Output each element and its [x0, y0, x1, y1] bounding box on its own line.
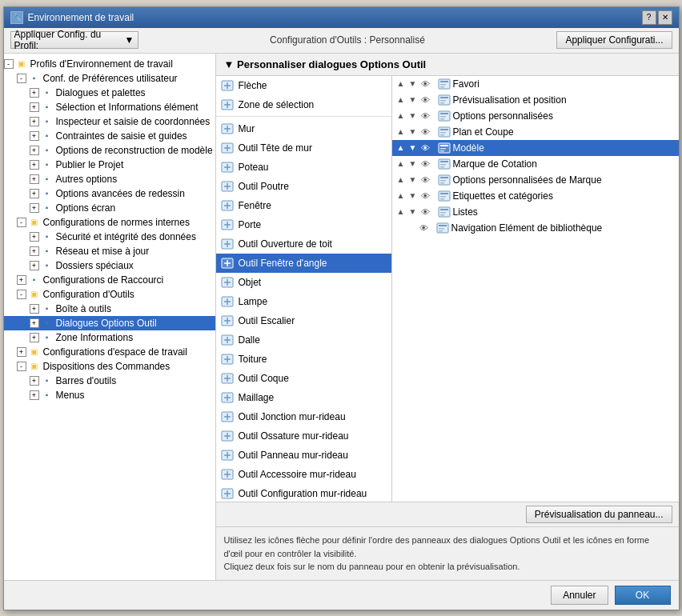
tree-item-publier[interactable]: +▪Publier le Projet: [4, 158, 215, 172]
tool-item-porte[interactable]: Porte: [216, 215, 391, 234]
tree-expander[interactable]: +: [30, 232, 39, 242]
tree-expander[interactable]: +: [30, 246, 39, 256]
panel-item-navigation[interactable]: 👁 Navigation Elément de bibliothèque: [392, 220, 679, 236]
help-button[interactable]: ?: [642, 10, 656, 25]
tree-item-configs-normes[interactable]: -▣Configurations de normes internes: [4, 215, 215, 230]
profile-dropdown[interactable]: Appliquer Config. du Profil: ▼: [10, 31, 138, 49]
arrow-up-icon-previsualisation[interactable]: ▲: [397, 95, 408, 104]
tool-item-objet[interactable]: Objet: [216, 273, 391, 292]
arrow-up-icon-favori[interactable]: ▲: [397, 79, 408, 88]
tool-item-zone-selection[interactable]: Zone de sélection: [216, 95, 391, 114]
arrow-down-icon-previsualisation[interactable]: ▼: [409, 95, 420, 104]
tree-item-dialogues[interactable]: +▪Dialogues et palettes: [4, 86, 215, 100]
panel-item-options-perso-marque[interactable]: ▲▼👁 Options personnalisées de Marque: [392, 172, 679, 188]
tree-expander[interactable]: +: [17, 347, 26, 357]
tree-expander[interactable]: +: [30, 102, 39, 112]
tree-expander[interactable]: -: [17, 74, 26, 83]
tree-item-autres-options[interactable]: +▪Autres options: [4, 172, 215, 186]
tree-item-menus[interactable]: +▪Menus: [4, 388, 215, 402]
tree-item-conf-pref[interactable]: -▪Conf. de Préférences utilisateur: [4, 71, 215, 86]
tree-expander[interactable]: +: [30, 117, 39, 126]
tool-item-maillage[interactable]: Maillage: [216, 388, 391, 407]
panel-item-options-perso[interactable]: ▲▼👁 Options personnalisées: [392, 108, 679, 124]
tree-expander[interactable]: +: [30, 189, 39, 198]
eye-icon-options-perso[interactable]: 👁: [421, 111, 435, 121]
tool-item-outil-escalier[interactable]: Outil Escalier: [216, 311, 391, 330]
tree-item-contraintes[interactable]: +▪Contraintes de saisie et guides: [4, 129, 215, 143]
tree-expander[interactable]: -: [4, 59, 14, 69]
tree-item-options-ecran[interactable]: +▪Options écran: [4, 201, 215, 215]
eye-icon-options-perso-marque[interactable]: 👁: [421, 175, 435, 185]
apply-config-button[interactable]: Appliquer Configurati...: [556, 31, 672, 49]
tool-item-outil-jonction[interactable]: Outil Jonction mur-rideau: [216, 407, 391, 426]
arrow-down-icon-modele[interactable]: ▼: [409, 143, 420, 152]
arrow-down-icon-marque-cotation[interactable]: ▼: [409, 159, 420, 168]
tree-item-dossiers[interactable]: +▪Dossiers spéciaux: [4, 258, 215, 273]
eye-icon-listes[interactable]: 👁: [421, 207, 435, 217]
arrow-down-icon-options-perso-marque[interactable]: ▼: [409, 175, 420, 184]
tree-item-securite[interactable]: +▪Sécurité et intégrité des données: [4, 230, 215, 244]
arrow-up-icon-modele[interactable]: ▲: [397, 143, 408, 152]
close-button[interactable]: ✕: [658, 10, 672, 25]
eye-icon-previsualisation[interactable]: 👁: [421, 95, 435, 105]
tool-item-outil-ouverture[interactable]: Outil Ouverture de toit: [216, 234, 391, 254]
panel-item-modele[interactable]: ▲▼👁 Modèle: [392, 140, 679, 156]
arrow-down-icon-plan-coupe[interactable]: ▼: [409, 127, 420, 136]
eye-icon-navigation[interactable]: 👁: [419, 223, 434, 233]
tool-item-lampe[interactable]: Lampe: [216, 292, 391, 311]
panel-item-favori[interactable]: ▲▼👁 Favori: [392, 76, 679, 92]
tree-item-configs-espace[interactable]: +▣Configurations d'espace de travail: [4, 345, 215, 359]
arrow-down-icon-favori[interactable]: ▼: [409, 79, 420, 88]
cancel-button[interactable]: Annuler: [551, 586, 608, 605]
arrow-up-icon-etiquettes[interactable]: ▲: [397, 191, 408, 200]
tree-item-options-avancees[interactable]: +▪Options avancées de redessin: [4, 186, 215, 201]
preview-button[interactable]: Prévisualisation du panneau...: [526, 506, 672, 523]
tree-item-dialogues-options[interactable]: +▪Dialogues Options Outil: [4, 316, 215, 330]
tree-item-reseau[interactable]: +▪Réseau et mise à jour: [4, 244, 215, 258]
tree-item-config-outils[interactable]: -▣Configuration d'Outils: [4, 287, 215, 302]
eye-icon-etiquettes[interactable]: 👁: [421, 191, 435, 201]
tool-item-fleche[interactable]: Flèche: [216, 76, 391, 95]
arrow-up-icon-marque-cotation[interactable]: ▲: [397, 159, 408, 168]
tree-item-selection[interactable]: +▪Sélection et Informations élément: [4, 100, 215, 114]
tool-item-fenetre[interactable]: Fenêtre: [216, 196, 391, 215]
tree-item-configs-raccourci[interactable]: +▪Configurations de Raccourci: [4, 273, 215, 287]
tool-item-outil-accessoire[interactable]: Outil Accessoire mur-rideau: [216, 465, 391, 484]
arrow-up-icon-plan-coupe[interactable]: ▲: [397, 127, 408, 136]
tree-expander[interactable]: +: [30, 376, 39, 386]
tree-item-inspecteur[interactable]: +▪Inspecteur et saisie de coordonnées: [4, 114, 215, 129]
tree-item-profils[interactable]: -▣Profils d'Environnement de travail: [4, 57, 215, 71]
tree-expander[interactable]: +: [30, 304, 39, 314]
tool-item-outil-ossature[interactable]: Outil Ossature mur-rideau: [216, 426, 391, 446]
arrow-down-icon-etiquettes[interactable]: ▼: [409, 191, 420, 200]
arrow-up-icon-listes[interactable]: ▲: [397, 207, 408, 216]
tree-item-boite-outils[interactable]: +▪Boîte à outils: [4, 302, 215, 316]
tree-expander[interactable]: +: [17, 275, 26, 285]
tree-expander[interactable]: +: [30, 318, 39, 328]
eye-icon-modele[interactable]: 👁: [421, 143, 435, 153]
eye-icon-favori[interactable]: 👁: [421, 79, 435, 89]
tree-expander[interactable]: -: [17, 362, 26, 371]
arrow-up-icon-options-perso[interactable]: ▲: [397, 111, 408, 120]
tree-item-dispositions[interactable]: -▣Dispositions des Commandes: [4, 359, 215, 374]
tool-item-outil-tete-mur[interactable]: Outil Tête de mur: [216, 138, 391, 158]
arrow-up-icon-options-perso-marque[interactable]: ▲: [397, 175, 408, 184]
tree-expander[interactable]: +: [30, 174, 39, 184]
eye-icon-plan-coupe[interactable]: 👁: [421, 127, 435, 137]
panel-item-marque-cotation[interactable]: ▲▼👁 Marque de Cotation: [392, 156, 679, 172]
tree-item-options-reconstruction[interactable]: +▪Options de reconstruction de modèle: [4, 143, 215, 158]
tool-item-outil-fenetre-angle[interactable]: Outil Fenêtre d'angle: [216, 254, 391, 273]
tree-expander[interactable]: +: [30, 203, 39, 213]
tree-item-zone-informations[interactable]: +▪Zone Informations: [4, 330, 215, 345]
tool-item-toiture[interactable]: Toiture: [216, 350, 391, 369]
eye-icon-marque-cotation[interactable]: 👁: [421, 159, 435, 169]
tree-expander[interactable]: -: [17, 218, 26, 227]
tree-expander[interactable]: +: [30, 88, 39, 98]
tool-item-outil-panneau[interactable]: Outil Panneau mur-rideau: [216, 446, 391, 465]
tree-expander[interactable]: +: [30, 390, 39, 400]
ok-button[interactable]: OK: [615, 586, 671, 605]
arrow-down-icon-listes[interactable]: ▼: [409, 207, 420, 216]
tool-item-dalle[interactable]: Dalle: [216, 330, 391, 350]
tree-expander[interactable]: -: [17, 290, 26, 299]
panel-item-plan-coupe[interactable]: ▲▼👁 Plan et Coupe: [392, 124, 679, 140]
